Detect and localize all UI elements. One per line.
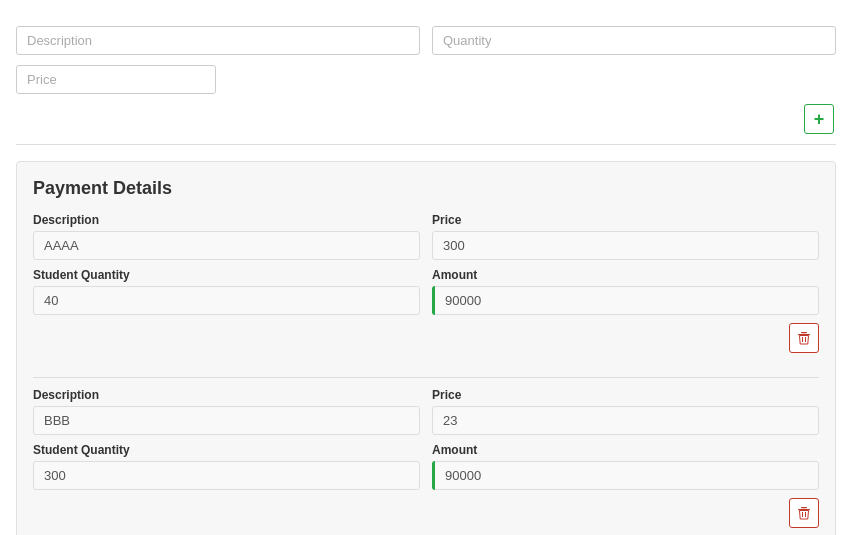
svg-rect-1 bbox=[801, 332, 807, 333]
payment-item-1-price-label: Price bbox=[432, 213, 819, 227]
price-input[interactable] bbox=[16, 65, 216, 94]
payment-item-2-price-label: Price bbox=[432, 388, 819, 402]
payment-item-2-row1: Description Price bbox=[33, 388, 819, 435]
payment-item-1-amount-group: Amount bbox=[432, 268, 819, 315]
top-form-row2 bbox=[16, 65, 836, 94]
payment-item-2-amount-input[interactable] bbox=[432, 461, 819, 490]
payment-item-2-amount-group: Amount bbox=[432, 443, 819, 490]
payment-item-2-quantity-label: Student Quantity bbox=[33, 443, 420, 457]
page-wrapper: + Payment Details Description Price Stud… bbox=[0, 0, 852, 535]
payment-item-2-delete-button[interactable] bbox=[789, 498, 819, 528]
payment-item-2-description-group: Description bbox=[33, 388, 420, 435]
payment-item-1-description-label: Description bbox=[33, 213, 420, 227]
payment-item-2-description-label: Description bbox=[33, 388, 420, 402]
description-field-wrapper bbox=[16, 26, 420, 55]
payment-item-1-quantity-group: Student Quantity bbox=[33, 268, 420, 315]
add-button[interactable]: + bbox=[804, 104, 834, 134]
section-title: Payment Details bbox=[33, 178, 819, 199]
payment-item-1-amount-wrapper bbox=[432, 286, 819, 315]
payment-item-2: Description Price Student Quantity Amoun… bbox=[33, 388, 819, 535]
description-input[interactable] bbox=[16, 26, 420, 55]
svg-rect-5 bbox=[801, 507, 807, 508]
payment-item-1-amount-input[interactable] bbox=[432, 286, 819, 315]
payment-item-1-amount-label: Amount bbox=[432, 268, 819, 282]
payment-item-2-row2: Student Quantity Amount bbox=[33, 443, 819, 490]
quantity-input[interactable] bbox=[432, 26, 836, 55]
payment-item-1-price-input[interactable] bbox=[432, 231, 819, 260]
payment-item-2-amount-label: Amount bbox=[432, 443, 819, 457]
payment-item-1-description-input[interactable] bbox=[33, 231, 420, 260]
add-btn-row: + bbox=[16, 104, 836, 134]
payment-item-2-quantity-input[interactable] bbox=[33, 461, 420, 490]
payment-item-2-amount-wrapper bbox=[432, 461, 819, 490]
amount-border-2 bbox=[432, 461, 435, 490]
amount-border-1 bbox=[432, 286, 435, 315]
top-form: + bbox=[16, 16, 836, 145]
price-field-wrapper bbox=[16, 65, 216, 94]
payment-item-1-quantity-input[interactable] bbox=[33, 286, 420, 315]
payment-item-1-delete-button[interactable] bbox=[789, 323, 819, 353]
quantity-field-wrapper bbox=[432, 26, 836, 55]
payment-item-1-price-group: Price bbox=[432, 213, 819, 260]
payment-section: Payment Details Description Price Studen… bbox=[16, 161, 836, 535]
payment-item-2-price-input[interactable] bbox=[432, 406, 819, 435]
top-form-row1 bbox=[16, 26, 836, 55]
payment-item-1-delete-row bbox=[33, 323, 819, 353]
payment-item-2-description-input[interactable] bbox=[33, 406, 420, 435]
payment-item-1-description-group: Description bbox=[33, 213, 420, 260]
payment-item-1: Description Price Student Quantity Amoun… bbox=[33, 213, 819, 365]
payment-item-1-quantity-label: Student Quantity bbox=[33, 268, 420, 282]
payment-item-2-delete-row bbox=[33, 498, 819, 528]
payment-item-2-quantity-group: Student Quantity bbox=[33, 443, 420, 490]
divider bbox=[33, 377, 819, 378]
trash-icon-2 bbox=[797, 506, 811, 520]
payment-item-1-row1: Description Price bbox=[33, 213, 819, 260]
payment-item-1-row2: Student Quantity Amount bbox=[33, 268, 819, 315]
trash-icon bbox=[797, 331, 811, 345]
payment-item-2-price-group: Price bbox=[432, 388, 819, 435]
